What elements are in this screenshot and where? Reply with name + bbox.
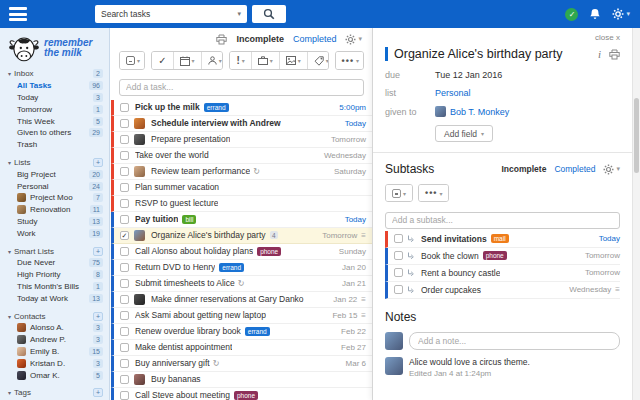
task-row[interactable]: Review team performance ↻ Saturday [111, 164, 372, 180]
sidebar-item[interactable]: Omar K. 5 [0, 369, 109, 381]
task-row[interactable]: Renew overdue library book errand Feb 22 [111, 324, 372, 340]
account-settings-gear-icon[interactable]: ▾ [612, 8, 630, 20]
tag-pill[interactable]: phone [234, 391, 258, 400]
subtask-row[interactable]: Order cupcakes Wednesday ≡ [385, 282, 620, 299]
task-checkbox[interactable] [120, 359, 129, 368]
sidebar-item[interactable]: Project Moo 7 [0, 192, 109, 204]
subtask-select-all-button[interactable]: ▾ [386, 185, 412, 201]
task-row[interactable]: RSVP to guest lecture [111, 196, 372, 212]
filter-completed[interactable]: Completed [293, 34, 337, 44]
task-checkbox[interactable]: ✓ [120, 231, 129, 240]
sidebar-item[interactable]: Andrew P. 3 [0, 334, 109, 346]
task-checkbox[interactable] [394, 285, 403, 294]
task-row[interactable]: Call Alonso about holiday plans phone Su… [111, 244, 372, 260]
task-checkbox[interactable] [120, 103, 129, 112]
sidebar-item[interactable]: This Month's Bills 1 [0, 281, 109, 293]
add-note-input[interactable] [409, 332, 620, 350]
complete-button[interactable]: ✓ [152, 52, 173, 69]
sidebar-item[interactable]: This Week 5 [0, 115, 109, 127]
task-checkbox[interactable] [394, 268, 403, 277]
more-actions-button[interactable]: •••▾ [336, 52, 364, 69]
field-value[interactable]: Personal [435, 88, 471, 98]
task-row[interactable]: ✓ Organize Alice's birthday party 4 Tomo… [111, 228, 372, 244]
tag-pill[interactable]: phone [483, 251, 507, 260]
task-checkbox[interactable] [394, 251, 403, 260]
sidebar-section-header[interactable]: ▾ Inbox 2 [0, 68, 109, 80]
add-button[interactable]: + [93, 388, 103, 397]
task-checkbox[interactable] [120, 247, 129, 256]
sidebar-item[interactable]: Personal 24 [0, 180, 109, 192]
task-row[interactable]: Plan summer vacation [111, 180, 372, 196]
sidebar-item[interactable]: Study 13 [0, 216, 109, 228]
sidebar-item[interactable]: Today at Work 13 [0, 292, 109, 304]
task-row[interactable]: Submit timesheets to Alice ↻ Jan 21 [111, 276, 372, 292]
tag-pill[interactable]: bill [182, 215, 196, 224]
sync-status-icon[interactable]: ✓ [565, 8, 578, 21]
app-logo[interactable]: rememberthe milk [0, 28, 109, 68]
search-input[interactable]: Search tasks ▾ [95, 5, 247, 23]
task-row[interactable]: Make dinner reservations at Gary Danko J… [111, 292, 372, 308]
task-checkbox[interactable] [120, 327, 129, 336]
list-settings-gear-icon[interactable]: ▾ [345, 34, 362, 45]
sidebar-item[interactable]: Today 3 [0, 92, 109, 104]
tag-pill[interactable]: errand [204, 103, 229, 112]
chevron-down-icon[interactable]: ▾ [237, 10, 241, 18]
task-row[interactable]: Prepare presentation Tomorrow [111, 132, 372, 148]
subtasks-filter-incomplete[interactable]: Incomplete [502, 164, 547, 174]
print-icon[interactable] [609, 49, 620, 60]
add-subtask-input[interactable] [385, 212, 620, 229]
task-checkbox[interactable] [120, 183, 129, 192]
tag-button[interactable]: ▾ [308, 52, 329, 69]
add-button[interactable]: + [93, 158, 103, 167]
tag-pill[interactable]: errand [245, 327, 270, 336]
field-value[interactable]: Bob T. Monkey [435, 106, 509, 117]
move-to-list-button[interactable]: ▾ [252, 52, 280, 69]
sidebar-item[interactable]: Tomorrow 1 [0, 103, 109, 115]
sidebar-item[interactable]: Given to others 29 [0, 127, 109, 139]
task-row[interactable]: Take over the world Wednesday [111, 148, 372, 164]
task-row[interactable]: Make dentist appointment Feb 27 [111, 340, 372, 356]
task-checkbox[interactable] [120, 151, 129, 160]
task-checkbox[interactable] [120, 135, 129, 144]
sidebar-section-header[interactable]: ▾ Smart Lists + [0, 245, 109, 257]
sidebar-item[interactable]: Due Never 75 [0, 257, 109, 269]
add-button[interactable]: + [93, 312, 103, 321]
scrollbar[interactable] [632, 28, 640, 400]
task-checkbox[interactable] [120, 391, 129, 400]
task-checkbox[interactable] [120, 167, 129, 176]
close-panel-button[interactable]: close x [595, 33, 620, 42]
subtasks-filter-completed[interactable]: Completed [554, 164, 595, 174]
task-checkbox[interactable] [120, 375, 129, 384]
task-checkbox[interactable] [394, 234, 403, 243]
info-icon[interactable]: i [598, 48, 601, 60]
task-checkbox[interactable] [120, 311, 129, 320]
task-row[interactable]: Call Steve about meeting phone [111, 388, 372, 400]
task-checkbox[interactable] [120, 119, 129, 128]
sidebar-item[interactable]: Big Project 20 [0, 168, 109, 180]
note-item[interactable]: Alice would love a circus theme. Edited … [385, 357, 620, 378]
tag-pill[interactable]: errand [219, 263, 244, 272]
sidebar-item[interactable]: Trash [0, 139, 109, 151]
subtask-row[interactable]: Rent a bouncy castle Tomorrow [385, 265, 620, 282]
select-all-button[interactable]: ▾ [120, 52, 145, 69]
task-row[interactable]: Buy bananas [111, 372, 372, 388]
priority-button[interactable]: !▾ [230, 52, 251, 69]
task-checkbox[interactable] [120, 263, 129, 272]
sidebar-item[interactable]: Renovation 11 [0, 204, 109, 216]
disclosure-triangle-icon[interactable]: ▾ [8, 313, 11, 320]
sidebar-item[interactable]: Emily B. 15 [0, 346, 109, 358]
disclosure-triangle-icon[interactable]: ▾ [8, 159, 11, 166]
task-row[interactable]: Pay tuition bill Today [111, 212, 372, 228]
task-row[interactable]: Ask Sami about getting new laptop Feb 15… [111, 308, 372, 324]
due-date-button[interactable]: ▾ [174, 52, 202, 69]
add-task-input[interactable] [119, 79, 364, 96]
task-checkbox[interactable] [120, 199, 129, 208]
scrollbar-thumb[interactable] [634, 98, 639, 173]
task-row[interactable]: Buy anniversary gift ↻ Mar 6 [111, 356, 372, 372]
disclosure-triangle-icon[interactable]: ▾ [8, 70, 11, 77]
subtask-row[interactable]: Send invitations mail Today [385, 231, 620, 248]
task-checkbox[interactable] [120, 215, 129, 224]
bell-icon[interactable] [589, 8, 601, 21]
sidebar-item[interactable]: Alonso A. 3 [0, 322, 109, 334]
media-button[interactable]: ▾ [280, 52, 308, 69]
